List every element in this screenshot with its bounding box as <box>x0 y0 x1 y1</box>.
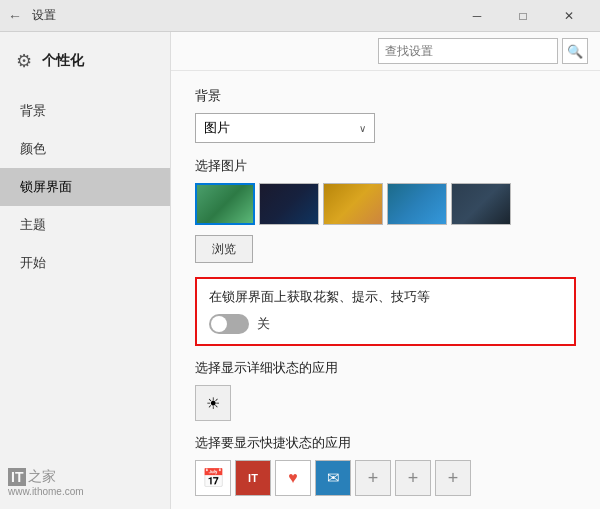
calendar-icon: 📅 <box>202 467 224 489</box>
watermark-it: IT <box>8 468 26 486</box>
background-label: 背景 <box>195 87 576 105</box>
toggle-knob <box>211 316 227 332</box>
watermark-zhi: 之家 <box>28 468 56 486</box>
background-dropdown[interactable]: 图片 ∨ <box>195 113 375 143</box>
app-body: ⚙ 个性化 背景 颜色 锁屏界面 主题 开始 🔍 背景 图片 ∨ <box>0 32 600 509</box>
quick-app-add-1[interactable]: + <box>355 460 391 496</box>
thumbnail-1[interactable] <box>195 183 255 225</box>
spotlight-toggle-label: 关 <box>257 315 270 333</box>
thumbnail-3-image <box>324 184 382 224</box>
detail-app-grid: ☀ <box>195 385 576 421</box>
watermark-logo: IT 之家 <box>8 468 56 486</box>
search-input[interactable] <box>378 38 558 64</box>
search-button[interactable]: 🔍 <box>562 38 588 64</box>
quick-app-label: 选择要显示快捷状态的应用 <box>195 435 576 452</box>
titlebar-left: ← 设置 <box>8 7 56 24</box>
watermark-url: www.ithome.com <box>8 486 84 497</box>
sidebar-nav: 背景 颜色 锁屏界面 主题 开始 <box>0 92 170 282</box>
titlebar-title: 设置 <box>32 7 56 24</box>
sidebar-item-start[interactable]: 开始 <box>0 244 170 282</box>
mail-icon: ✉ <box>327 469 340 487</box>
sidebar: ⚙ 个性化 背景 颜色 锁屏界面 主题 开始 <box>0 32 170 509</box>
search-bar: 🔍 <box>171 32 600 71</box>
quick-app-add-3[interactable]: + <box>435 460 471 496</box>
browse-button[interactable]: 浏览 <box>195 235 253 263</box>
maximize-button[interactable]: □ <box>500 0 546 32</box>
sidebar-title: 个性化 <box>42 52 84 70</box>
back-icon[interactable]: ← <box>8 8 24 24</box>
add-icon-1: + <box>368 468 379 489</box>
sidebar-item-color[interactable]: 颜色 <box>0 130 170 168</box>
thumbnail-2[interactable] <box>259 183 319 225</box>
search-icon: 🔍 <box>567 44 583 59</box>
dropdown-value: 图片 <box>204 119 230 137</box>
spotlight-section: 在锁屏界面上获取花絮、提示、技巧等 关 <box>195 277 576 346</box>
detail-app-label: 选择显示详细状态的应用 <box>195 360 576 377</box>
add-icon-3: + <box>448 468 459 489</box>
close-button[interactable]: ✕ <box>546 0 592 32</box>
sidebar-item-background[interactable]: 背景 <box>0 92 170 130</box>
image-grid <box>195 183 576 225</box>
spotlight-label: 在锁屏界面上获取花絮、提示、技巧等 <box>209 289 562 306</box>
sidebar-item-theme[interactable]: 主题 <box>0 206 170 244</box>
add-icon-2: + <box>408 468 419 489</box>
spotlight-toggle-row: 关 <box>209 314 562 334</box>
sun-icon: ☀ <box>206 394 220 413</box>
chevron-down-icon: ∨ <box>359 123 366 134</box>
quick-app-grid: 📅 IT ♥ ✉ + + + <box>195 460 576 496</box>
thumbnail-3[interactable] <box>323 183 383 225</box>
content-area: 背景 图片 ∨ 选择图片 <box>171 71 600 509</box>
heart-icon: ♥ <box>288 469 298 487</box>
main-content: 🔍 背景 图片 ∨ 选择图片 <box>170 32 600 509</box>
quick-app-mail[interactable]: ✉ <box>315 460 351 496</box>
spotlight-toggle[interactable] <box>209 314 249 334</box>
background-dropdown-row: 图片 ∨ <box>195 113 576 143</box>
thumbnail-5-image <box>452 184 510 224</box>
thumbnail-4-image <box>388 184 446 224</box>
minimize-button[interactable]: ─ <box>454 0 500 32</box>
watermark: IT 之家 www.ithome.com <box>8 468 84 497</box>
window-controls: ─ □ ✕ <box>454 0 592 32</box>
thumbnail-2-image <box>260 184 318 224</box>
quick-app-add-2[interactable]: + <box>395 460 431 496</box>
sidebar-item-lockscreen[interactable]: 锁屏界面 <box>0 168 170 206</box>
thumbnail-1-image <box>197 185 253 223</box>
sidebar-header: ⚙ 个性化 <box>0 42 170 88</box>
detail-app-sun[interactable]: ☀ <box>195 385 231 421</box>
thumbnail-5[interactable] <box>451 183 511 225</box>
quick-app-heart[interactable]: ♥ <box>275 460 311 496</box>
image-section-label: 选择图片 <box>195 157 576 175</box>
titlebar: ← 设置 ─ □ ✕ <box>0 0 600 32</box>
quick-app-calendar[interactable]: 📅 <box>195 460 231 496</box>
quick-app-it[interactable]: IT <box>235 460 271 496</box>
it-icon: IT <box>248 472 258 484</box>
thumbnail-4[interactable] <box>387 183 447 225</box>
settings-gear-icon: ⚙ <box>16 50 32 72</box>
